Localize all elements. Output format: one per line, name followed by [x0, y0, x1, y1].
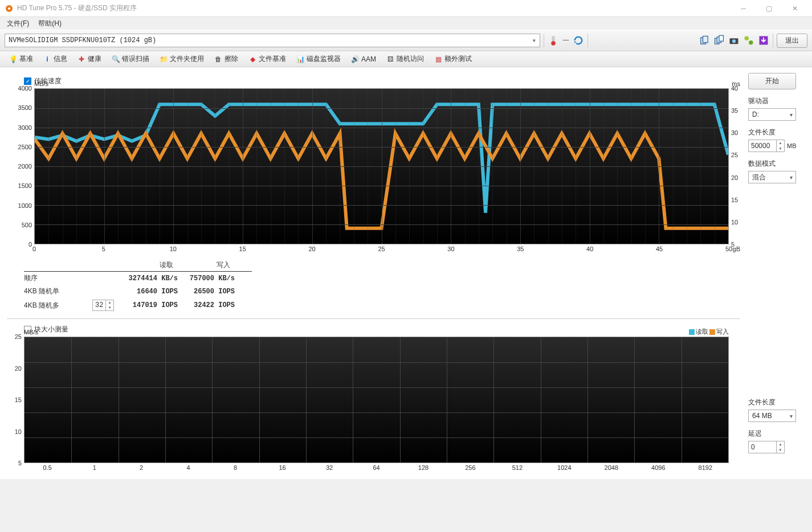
table-row: 4KB 随机多 32 ▲▼ 147019 IOPS 32422 IOPS [24, 298, 252, 313]
trash-icon: 🗑 [214, 55, 222, 63]
lightbulb-icon: 💡 [9, 55, 17, 63]
speaker-icon: 🔊 [351, 55, 359, 63]
drive-label: 驱动器 [748, 96, 805, 106]
y-axis-right: 403530252015105 [730, 88, 740, 244]
chevron-up-icon[interactable]: ▲ [777, 441, 784, 447]
svg-point-11 [745, 36, 749, 41]
menu-file[interactable]: 文件(F) [3, 18, 32, 30]
hdr-write: 写入 [195, 260, 252, 270]
health-icon: ✚ [77, 55, 85, 63]
copy-all-icon[interactable] [713, 35, 725, 46]
window-title: HD Tune Pro 5.75 - 硬盘/SSD 实用程序 [17, 3, 731, 13]
folder-icon: 📁 [160, 55, 168, 63]
x-axis2: 0.512481632641282565121024204840968192 [24, 464, 729, 473]
tab-folder[interactable]: 📁文件夹使用 [155, 52, 209, 66]
copy-icon[interactable] [699, 35, 710, 46]
drive-select[interactable]: D: [748, 108, 796, 121]
side-panel: 开始 驱动器 D: 文件长度 50000 ▲▼ MB 数据模式 混合 文件长度 … [748, 73, 805, 473]
svg-point-3 [551, 41, 556, 46]
info-icon: i [43, 55, 51, 63]
chart2-plot-area [24, 337, 729, 463]
chart-transfer: 40003500300025002000150010005000 4035302… [17, 88, 740, 244]
pattern-label: 数据模式 [748, 159, 805, 169]
tab-benchmark[interactable]: 💡基准 [5, 52, 38, 66]
chevron-up-icon[interactable]: ▲ [777, 140, 784, 146]
maximize-button[interactable]: ▢ [756, 1, 782, 17]
results-table: 读取 写入 顺序 3274414 KB/s 757000 KB/s 4KB 随机… [24, 259, 252, 313]
y-axis-left-unit: MB/s [34, 80, 48, 87]
tab-health[interactable]: ✚健康 [73, 52, 106, 66]
minimize-button[interactable]: ─ [731, 1, 756, 17]
filelen2-select[interactable]: 64 MB [748, 410, 796, 422]
svg-rect-2 [552, 36, 555, 42]
screenshot-icon[interactable] [728, 35, 740, 46]
table-row: 4KB 随机单 16640 IOPS 26500 IOPS [24, 285, 252, 298]
titlebar: HD Tune Pro 5.75 - 硬盘/SSD 实用程序 ─ ▢ ✕ [0, 0, 812, 17]
pattern-select[interactable]: 混合 [748, 171, 796, 183]
y-axis2-unit: MB/s [24, 329, 38, 335]
close-button[interactable]: ✕ [782, 1, 807, 17]
start-button[interactable]: 开始 [748, 73, 796, 89]
filelen2-label: 文件长度 [748, 398, 805, 407]
drive-selector-value: NVMeSOLIDIGM SSDPFKNU010TZ (1024 gB) [9, 36, 156, 44]
filelen-label: 文件长度 [748, 128, 805, 137]
svg-point-10 [732, 39, 736, 43]
y-axis2: 252015105 [14, 337, 23, 463]
delay-label: 延迟 [748, 429, 805, 439]
tabs: 💡基准 i信息 ✚健康 🔍错误扫描 📁文件夹使用 🗑擦除 ◆文件基准 📊磁盘监视… [0, 51, 812, 67]
search-icon: 🔍 [112, 55, 120, 63]
delay-stepper[interactable]: 0 ▲▼ [748, 441, 785, 453]
toolbar: NVMeSOLIDIGM SSDPFKNU010TZ (1024 gB) 一 退… [0, 30, 812, 51]
tab-erase[interactable]: 🗑擦除 [210, 52, 243, 66]
table-row: 顺序 3274414 KB/s 757000 KB/s [24, 272, 252, 285]
svg-rect-8 [719, 35, 724, 41]
tab-info[interactable]: i信息 [39, 52, 72, 66]
chart-plot-area [34, 88, 729, 244]
filelen-stepper[interactable]: 50000 ▲▼ [748, 140, 785, 152]
chart2-legend: 读取 写入 [689, 328, 729, 336]
menu-help[interactable]: 帮助(H) [35, 18, 65, 30]
refresh-icon[interactable] [573, 35, 584, 46]
tab-aam[interactable]: 🔊AAM [346, 54, 381, 65]
tab-file-benchmark[interactable]: ◆文件基准 [244, 52, 291, 66]
x-axis: gB 05101520253035404550 [34, 245, 729, 255]
chevron-up-icon[interactable]: ▲ [106, 300, 113, 305]
chevron-down-icon[interactable]: ▼ [777, 146, 784, 152]
exit-button[interactable]: 退出 [777, 34, 807, 48]
settings-icon[interactable] [743, 35, 754, 46]
extra-icon: ▦ [434, 55, 442, 63]
y-axis-left: 40003500300025002000150010005000 [17, 88, 33, 244]
tab-monitor[interactable]: 📊磁盘监视器 [292, 52, 345, 66]
tab-errorscan[interactable]: 🔍错误扫描 [107, 52, 154, 66]
chart-icon: 📊 [296, 55, 304, 63]
threads-stepper[interactable]: 32 ▲▼ [92, 300, 114, 311]
chevron-down-icon[interactable]: ▼ [106, 305, 113, 310]
svg-point-12 [749, 40, 753, 45]
temperature-icon[interactable] [548, 35, 559, 46]
menubar: 文件(F) 帮助(H) [0, 17, 812, 30]
save-icon[interactable] [758, 35, 769, 46]
svg-rect-5 [703, 36, 708, 43]
file-icon: ◆ [248, 55, 256, 63]
drive-selector[interactable]: NVMeSOLIDIGM SSDPFKNU010TZ (1024 gB) [5, 34, 540, 47]
chevron-down-icon[interactable]: ▼ [777, 447, 784, 453]
tab-random[interactable]: ⚄随机访问 [382, 52, 429, 66]
checkbox-blocksize-label: 块大小测量 [34, 325, 68, 334]
random-icon: ⚄ [386, 55, 394, 63]
x-axis-unit: gB [733, 245, 740, 252]
svg-point-1 [8, 7, 10, 10]
temp-dash: 一 [562, 36, 569, 46]
checkbox-transfer[interactable]: ✓ [24, 77, 31, 85]
tab-extra[interactable]: ▦额外测试 [430, 52, 476, 66]
hdr-read: 读取 [138, 260, 195, 270]
app-icon [5, 4, 14, 13]
